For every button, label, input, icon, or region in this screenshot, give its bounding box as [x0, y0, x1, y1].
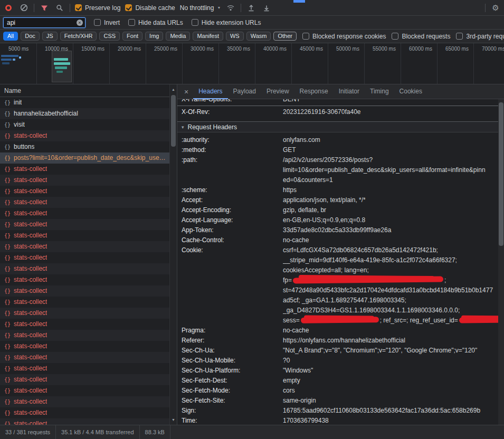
type-filter-wasm[interactable]: Wasm: [246, 32, 271, 41]
request-row[interactable]: {}stats-collect: [0, 186, 177, 197]
request-row[interactable]: {}stats-collect: [0, 252, 177, 263]
scroll-up-icon[interactable]: ▲: [170, 88, 177, 91]
header-name: :method:: [182, 145, 283, 155]
close-detail-button[interactable]: ×: [179, 88, 193, 96]
timeline-overview[interactable]: 5000 ms10000 ms15000 ms20000 ms25000 ms3…: [0, 43, 504, 84]
hide-data-urls-checkbox[interactable]: [128, 19, 135, 26]
json-file-icon: {}: [4, 175, 11, 186]
clear-filter-icon[interactable]: ×: [77, 20, 83, 26]
scroll-down-icon[interactable]: ▼: [170, 418, 177, 422]
request-row[interactable]: {}visit: [0, 119, 177, 130]
third-party-requests-checkbox[interactable]: [456, 33, 463, 40]
type-filter-img[interactable]: Img: [145, 32, 163, 41]
scrollbar-thumb[interactable]: [171, 95, 176, 147]
network-conditions-button[interactable]: [225, 3, 236, 13]
request-row[interactable]: {}posts?limit=10&order=publish_date_desc…: [0, 152, 177, 164]
invert-toggle[interactable]: Invert: [94, 19, 120, 26]
request-row[interactable]: {}stats-collect: [0, 363, 177, 374]
type-filter-doc[interactable]: Doc: [21, 32, 40, 41]
request-row[interactable]: {}stats-collect: [0, 308, 177, 319]
import-har-button[interactable]: [246, 3, 256, 13]
hide-extension-urls-toggle[interactable]: Hide extension URLs: [192, 19, 261, 26]
request-row[interactable]: {}stats-collect: [0, 241, 177, 252]
network-filter-input[interactable]: [3, 17, 85, 28]
request-row[interactable]: {}hannahelizabethofficial: [0, 108, 177, 119]
name-column-header[interactable]: Name: [0, 84, 177, 97]
filter-toggle-button[interactable]: [39, 3, 50, 13]
third-party-requests-toggle[interactable]: 3rd-party requests: [456, 33, 504, 40]
hide-data-urls-toggle[interactable]: Hide data URLs: [128, 19, 183, 26]
funnel-icon: [41, 4, 48, 12]
request-row[interactable]: {}stats-collect: [0, 130, 177, 141]
request-row[interactable]: {}stats-collect: [0, 219, 177, 230]
tab-initiator[interactable]: Initiator: [334, 84, 365, 99]
type-filter-other[interactable]: Other: [273, 32, 297, 41]
request-row[interactable]: {}stats-collect: [0, 297, 177, 308]
json-file-icon: {}: [4, 219, 11, 230]
header-value-text: no-cache: [283, 236, 309, 244]
scrollbar-thumb[interactable]: [499, 102, 503, 246]
header-value-line: ?0: [283, 356, 498, 366]
request-row[interactable]: {}stats-collect: [0, 175, 177, 186]
request-row[interactable]: {}stats-collect: [0, 230, 177, 241]
tab-headers[interactable]: Headers: [193, 84, 227, 99]
blocked-response-cookies-checkbox[interactable]: [302, 33, 309, 40]
search-button[interactable]: [54, 3, 65, 13]
preserve-log-toggle[interactable]: Preserve log: [75, 4, 120, 12]
request-row[interactable]: {}stats-collect: [0, 418, 177, 425]
request-row[interactable]: {}buttons: [0, 141, 177, 152]
request-row[interactable]: {}stats-collect: [0, 374, 177, 385]
request-row[interactable]: {}stats-collect: [0, 319, 177, 330]
tab-cookies[interactable]: Cookies: [394, 84, 427, 99]
request-list-scrollbar[interactable]: ▲ ▼: [169, 84, 177, 425]
request-row[interactable]: {}stats-collect: [0, 263, 177, 274]
header-value: csrf=LdfcGX4Sa72db06824c657db26a5d142472…: [283, 245, 498, 326]
tab-payload[interactable]: Payload: [228, 84, 261, 99]
type-filter-js[interactable]: JS: [42, 32, 58, 41]
blocked-requests-toggle[interactable]: Blocked requests: [392, 33, 450, 40]
request-row[interactable]: {}stats-collect: [0, 164, 177, 175]
type-filter-font[interactable]: Font: [122, 32, 142, 41]
preserve-log-checkbox[interactable]: [75, 4, 82, 11]
request-row[interactable]: {}init: [0, 97, 177, 108]
disable-cache-checkbox[interactable]: [125, 4, 132, 11]
request-row[interactable]: {}stats-collect: [0, 330, 177, 341]
header-name: Sec-Ch-Ua-Mobile:: [182, 356, 283, 366]
tab-timing[interactable]: Timing: [365, 84, 394, 99]
request-row[interactable]: {}stats-collect: [0, 197, 177, 208]
type-filter-media[interactable]: Media: [166, 32, 190, 41]
type-filter-ws[interactable]: WS: [226, 32, 244, 41]
request-row[interactable]: {}stats-collect: [0, 285, 177, 297]
type-filter-all[interactable]: All: [3, 32, 18, 41]
type-filter-css[interactable]: CSS: [99, 32, 120, 41]
settings-button[interactable]: ⚙: [490, 3, 501, 13]
header-row: Pragma:no-cache: [177, 326, 498, 336]
type-filter-manifest[interactable]: Manifest: [193, 32, 223, 41]
request-row[interactable]: {}stats-collect: [0, 385, 177, 396]
export-har-button[interactable]: [261, 3, 272, 13]
record-button[interactable]: [3, 3, 14, 13]
throttling-select[interactable]: No throttling ▼: [180, 4, 221, 12]
header-value: DENY: [283, 99, 498, 104]
timeline-gridline: [328, 43, 328, 84]
blocked-response-cookies-toggle[interactable]: Blocked response cookies: [302, 33, 386, 40]
highlight-artifact: [293, 0, 305, 3]
header-value-text: limit=10&order=publish_date_desc&skip_us…: [283, 166, 486, 174]
type-filter-fetch-xhr[interactable]: Fetch/XHR: [60, 32, 97, 41]
request-row[interactable]: {}stats-collect: [0, 407, 177, 418]
header-name: Accept:: [182, 195, 283, 205]
invert-checkbox[interactable]: [94, 19, 101, 26]
request-row[interactable]: {}stats-collect: [0, 396, 177, 407]
tab-response[interactable]: Response: [294, 84, 334, 99]
disable-cache-toggle[interactable]: Disable cache: [125, 4, 175, 12]
request-headers-section[interactable]: ▾ Request Headers: [177, 121, 498, 132]
blocked-requests-checkbox[interactable]: [392, 33, 398, 40]
tab-preview[interactable]: Preview: [261, 84, 294, 99]
request-row[interactable]: {}stats-collect: [0, 274, 177, 285]
clear-network-log-button[interactable]: [18, 3, 29, 13]
request-row[interactable]: {}stats-collect: [0, 352, 177, 363]
request-row[interactable]: {}stats-collect: [0, 341, 177, 352]
detail-scrollbar[interactable]: [498, 99, 504, 425]
hide-extension-urls-checkbox[interactable]: [192, 19, 198, 26]
request-row[interactable]: {}stats-collect: [0, 208, 177, 219]
